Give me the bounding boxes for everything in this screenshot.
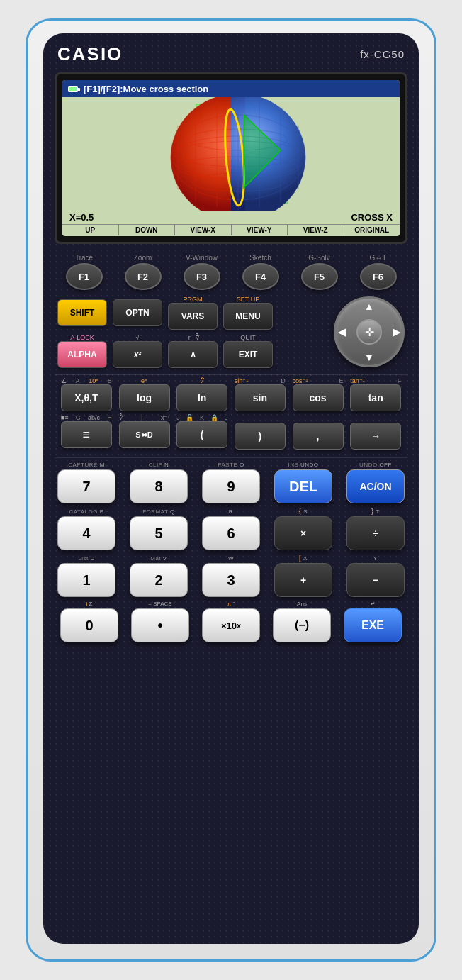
screen-status-text: [F1]/[F2]:Move cross section [84,84,208,94]
tan-button[interactable]: tan [350,384,401,411]
rparen-button[interactable]: ) [235,423,286,450]
mode-label: CROSS X [351,212,393,223]
j-label: J [176,414,180,421]
alpha-button[interactable]: ALPHA [57,341,107,368]
key3-button[interactable]: 3 [202,563,260,597]
key8-button[interactable]: 8 [130,469,188,503]
dpad-up[interactable]: ▲ [364,301,374,312]
angle-button[interactable]: ∧ [168,341,218,368]
f-buttons-row: Trace F1 Zoom F2 V-Window F3 Sketch F4 G… [55,254,407,290]
plus-top: [ X [299,554,308,563]
dot-sub: = SPACE [131,601,189,607]
angle-symbol: ∠ [61,377,67,384]
divider-2 [55,457,407,458]
dot-button[interactable]: • [131,608,189,642]
num-keypad: CAPTURE M 7 CLIP N 8 PASTE O 9 [55,460,407,642]
plus-wrap: [ X + [274,554,332,597]
key5-wrap: FORMAT Q 5 [130,507,188,550]
f2-wrap: Zoom F2 [125,254,162,290]
key1-button[interactable]: 1 [57,563,116,597]
del-button[interactable]: DEL [274,469,332,503]
divider-1 [55,374,407,375]
xtheta-button[interactable]: X,θ,T [61,384,112,411]
key7-button[interactable]: 7 [57,469,116,503]
x-value-label: X=0.5 [69,212,94,223]
comma-button[interactable]: , [293,423,344,450]
neg-button[interactable]: (−) [273,608,331,642]
vars-button[interactable]: VARS [168,303,218,330]
key4-button[interactable]: 4 [57,516,116,550]
key4-wrap: CATALOG P 4 [57,507,116,550]
cbrt-label: ∛ [200,377,204,384]
mult-button[interactable]: × [274,516,332,550]
log-button[interactable]: log [119,384,170,411]
i-label: I [141,414,143,421]
exe-sub: ↵ [344,601,402,607]
key7-top: CAPTURE M [68,460,105,469]
screen-function-keys: UP DOWN VIEW-X VIEW-Y VIEW-Z ORIGINAL [62,224,400,235]
num-row-1: CAPTURE M 7 CLIP N 8 PASTE O 9 [57,460,405,503]
arrow-button[interactable]: → [350,423,401,450]
dpad-center[interactable]: ✛ [356,319,382,345]
f2-button[interactable]: F2 [125,263,162,290]
battery-icon [68,86,78,92]
prgm-label: PRGM [184,296,203,303]
minus-wrap: Y − [346,554,405,597]
screen-container: [F1]/[F2]:Move cross section [55,72,407,244]
screen-fn6: ORIGINAL [344,225,400,235]
key6-button[interactable]: 6 [202,516,260,550]
h-label: H [107,414,112,421]
lparen-button[interactable]: ( [176,421,227,448]
dpad[interactable]: ▲ ▼ ◀ ▶ ✛ [334,296,405,367]
sd-button[interactable]: S⇔D [119,421,170,448]
key2-button[interactable]: 2 [130,563,188,597]
screen-fn3: VIEW-X [175,225,232,235]
key9-button[interactable]: 9 [202,469,260,503]
del-wrap: INS UNDO DEL [274,460,332,503]
f1-button[interactable]: F1 [66,263,103,290]
key5-button[interactable]: 5 [130,516,188,550]
key8-top: CLIP N [149,460,169,469]
r-label: r ∛ [188,334,201,341]
dpad-down[interactable]: ▼ [364,352,374,363]
e-label: E [339,377,344,384]
x2-button[interactable]: x² [113,341,162,368]
f6-top-label: G↔T [370,254,387,262]
exit-button[interactable]: EXIT [223,341,273,368]
dpad-right[interactable]: ▶ [393,326,400,338]
frac-button[interactable]: ≡ [61,421,112,448]
cos-button[interactable]: cos [293,384,344,411]
f1-top-label: Trace [75,254,93,262]
f3-wrap: V-Window F3 [184,254,220,290]
f3-button[interactable]: F3 [184,263,220,290]
d-label: D [281,377,286,384]
exe-button[interactable]: EXE [344,608,402,642]
x10-button[interactable]: ×10x [202,608,260,642]
dpad-left[interactable]: ◀ [338,326,346,338]
zero-button[interactable]: 0 [60,608,118,642]
sin-button[interactable]: sin [235,384,286,411]
key6-wrap: R 6 [202,507,260,550]
sqrt-label: √ [136,334,140,341]
f5-top-label: G-Solv [308,254,330,262]
plus-button[interactable]: + [274,563,332,597]
xinv-sym: x⁻¹ [161,414,170,421]
key1-top: List U [78,554,94,563]
menu-button[interactable]: MENU [223,303,273,330]
acon-top: UNDO OFF [359,460,392,469]
optn-button[interactable]: OPTN [113,299,162,326]
shift-button[interactable]: SHIFT [57,299,107,326]
f6-button[interactable]: F6 [360,263,397,290]
f4-button[interactable]: F4 [242,263,279,290]
acon-button[interactable]: AC/ON [346,469,405,503]
sphere-graph [62,97,400,211]
num-row-3: List U 1 Mat V 2 W 3 [57,554,405,597]
f5-button[interactable]: F5 [301,263,338,290]
num-row-2: CATALOG P 4 FORMAT Q 5 R 6 [57,507,405,550]
ln-button[interactable]: ln [176,384,227,411]
mult-top: { S [299,507,308,516]
key4-top: CATALOG P [69,507,103,516]
calculator-outer: CASIO fx-CG50 [F1]/[F2]:Move cross secti… [26,18,436,962]
div-button[interactable]: ÷ [346,516,405,550]
minus-button[interactable]: − [346,563,405,597]
